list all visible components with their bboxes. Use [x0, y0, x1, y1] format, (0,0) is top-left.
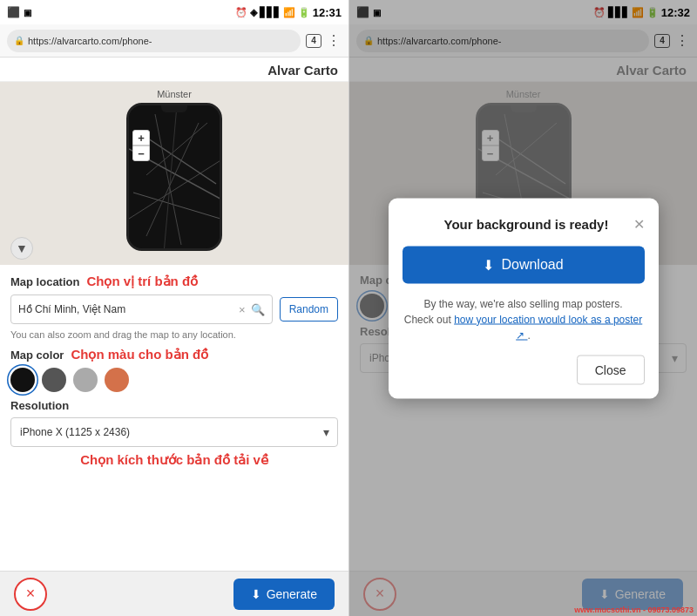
watermark: www.mucsothi.vn - 09873.09873 [574, 606, 694, 614]
external-link-icon: ↗ [516, 328, 524, 341]
cancel-button-left[interactable]: × [14, 578, 47, 611]
color-terracotta[interactable] [105, 368, 129, 392]
annotation-resolution: Chọn kích thước bản đồ tải về [10, 452, 338, 468]
map-color-label-left: Map color [10, 349, 64, 362]
more-menu-left[interactable]: ⋮ [327, 32, 342, 49]
map-location-row: Map location Chọn vị trí bản đồ [10, 274, 338, 289]
lock-icon-left: 🔒 [14, 36, 24, 45]
modal-close-button[interactable]: ✕ [633, 215, 645, 232]
generate-button-left[interactable]: ⬇ Generate [233, 579, 335, 610]
clear-icon[interactable]: × [239, 303, 246, 316]
modal-body-text: By the way, we're also selling map poste… [403, 295, 645, 342]
scroll-down-indicator[interactable]: ▼ [10, 237, 33, 260]
modal-footer: Close [403, 355, 645, 384]
url-text-left: https://alvarcarto.com/phone- [28, 36, 152, 46]
status-right: ⏰ ◈ ▋▋▋ 📶 🔋 12:31 [235, 6, 342, 19]
signal-bars-icon: ▋▋▋ [260, 7, 281, 18]
phone-mockup-left: + − [126, 103, 222, 251]
tab-count-left[interactable]: 4 [306, 34, 321, 48]
resolution-label-left: Resolution [10, 399, 338, 412]
modal-close-btn[interactable]: Close [577, 355, 645, 384]
resolution-select-left[interactable]: iPhone X (1125 x 2436) [10, 417, 338, 447]
search-row: × 🔍 Random [10, 294, 338, 324]
nfc-icon: ⬛ [7, 6, 20, 18]
download-btn-label: Download [501, 257, 563, 273]
download-button[interactable]: ⬇ Download [403, 246, 645, 283]
nfc2-icon: ◈ [250, 7, 257, 18]
color-swatches-left [10, 368, 338, 392]
color-black[interactable] [10, 368, 35, 392]
location-input[interactable] [18, 303, 233, 315]
map-location-label: Map location [10, 275, 79, 288]
generate-label-left: Generate [267, 587, 317, 601]
form-area-left: Map location Chọn vị trí bản đồ × 🔍 Rand… [0, 265, 348, 477]
resolution-select-wrap[interactable]: iPhone X (1125 x 2436) ▾ [10, 417, 338, 447]
zoom-out-btn[interactable]: − [132, 146, 150, 161]
random-button[interactable]: Random [280, 297, 338, 322]
resolution-wrap-left: iPhone X (1125 x 2436) ▾ [10, 417, 338, 447]
alarm-icon: ⏰ [235, 7, 247, 18]
map-image-left [129, 105, 220, 248]
ready-modal: Your background is ready! ✕ ⬇ Download B… [389, 198, 659, 398]
chevron-down-icon: ▼ [16, 241, 28, 255]
sim-icon: ▣ [24, 8, 31, 17]
modal-body-line1: By the way, we're also selling map poste… [423, 297, 622, 309]
status-bar-left: ⬛ ▣ ⏰ ◈ ▋▋▋ 📶 🔋 12:31 [0, 0, 348, 24]
map-preview-left: Münster [0, 82, 348, 265]
wifi-icon: 📶 [283, 7, 295, 18]
annotation-color: Chọn màu cho bản đồ [71, 347, 208, 362]
color-darkgray[interactable] [42, 368, 66, 392]
page-title-left: Alvar Carto [267, 63, 338, 78]
annotation-location: Chọn vị trí bản đồ [86, 274, 198, 289]
search-icon: 🔍 [251, 303, 265, 316]
right-phone-panel: ⬛ ▣ ⏰ ▋▋▋ 📶 🔋 12:32 🔒 https://alvarcarto… [348, 0, 697, 616]
location-input-wrap[interactable]: × 🔍 [10, 294, 273, 324]
map-controls-left[interactable]: + − [132, 130, 150, 161]
modal-body-suffix: . [528, 328, 531, 341]
modal-header: Your background is ready! ✕ [403, 215, 645, 232]
bottom-bar-left: × ⬇ Generate [0, 571, 348, 616]
time-left: 12:31 [313, 6, 342, 19]
zoom-in-btn[interactable]: + [132, 130, 150, 146]
poster-link[interactable]: how your location would look as a poster… [454, 313, 642, 341]
status-left-icons: ⬛ ▣ [7, 6, 31, 18]
page-header-left: Alvar Carto [0, 58, 348, 82]
city-label-left: Münster [157, 89, 192, 99]
poster-link-text: how your location would look as a poster [454, 313, 642, 325]
left-phone-panel: ⬛ ▣ ⏰ ◈ ▋▋▋ 📶 🔋 12:31 🔒 https://alvarcar… [0, 0, 348, 616]
download-icon-generate: ⬇ [251, 587, 261, 601]
modal-body-line2-prefix: Check out [404, 313, 451, 325]
cancel-icon-left: × [26, 585, 36, 603]
download-btn-icon: ⬇ [483, 256, 494, 273]
battery-icon: 🔋 [298, 7, 310, 18]
modal-title: Your background is ready! [420, 216, 633, 231]
color-lightgray[interactable] [73, 368, 98, 392]
hint-text: You can also zoom and drag the map to an… [10, 329, 338, 340]
url-bar-left[interactable]: 🔒 https://alvarcarto.com/phone- [7, 30, 301, 52]
page-content-left: Alvar Carto Münster [0, 58, 348, 571]
browser-bar-left: 🔒 https://alvarcarto.com/phone- 4 ⋮ [0, 24, 348, 58]
map-color-label-row: Map color Chọn màu cho bản đồ [10, 347, 338, 362]
